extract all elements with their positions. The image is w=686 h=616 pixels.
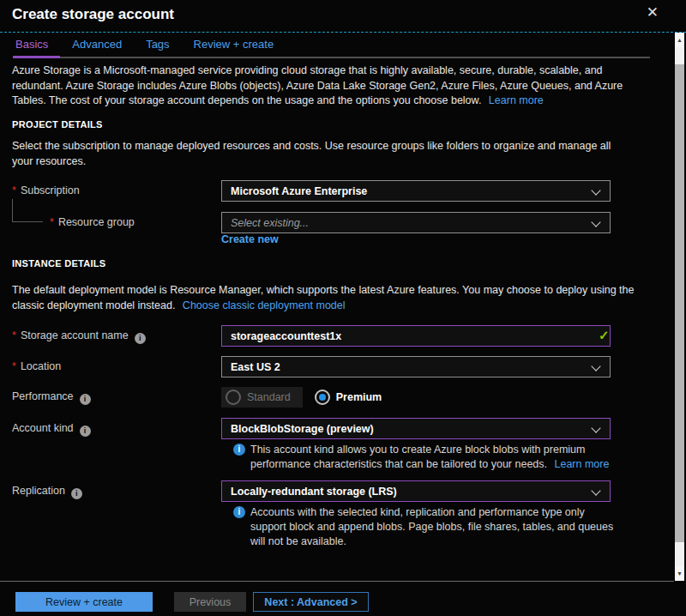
previous-button[interactable]: Previous <box>174 592 246 612</box>
scrollbar: ▲ ▼ <box>675 33 684 581</box>
info-icon[interactable]: i <box>80 394 91 405</box>
radio-dot-icon <box>319 394 326 401</box>
replication-note-text: Accounts with the selected kind, replica… <box>250 506 613 547</box>
required-asterisk: * <box>12 329 16 341</box>
location-row: *Location East US 2 <box>12 356 647 377</box>
radio-circle-icon <box>226 390 241 405</box>
subscription-row: *Subscription Microsoft Azure Enterprise <box>12 180 647 202</box>
valid-check-icon: ✓ <box>599 328 610 343</box>
storage-account-name-label: *Storage account namei <box>12 325 146 347</box>
resource-group-dropdown[interactable]: Select existing... <box>221 212 611 233</box>
info-note-icon: i <box>233 444 245 456</box>
required-asterisk: * <box>12 184 16 196</box>
instance-details-heading: INSTANCE DETAILS <box>12 258 106 269</box>
scroll-up-icon[interactable]: ▲ <box>675 33 684 47</box>
required-asterisk: * <box>50 216 54 228</box>
intro-paragraph: Azure Storage is a Microsoft-managed ser… <box>12 63 648 109</box>
resource-group-placeholder: Select existing... <box>231 217 309 229</box>
tab-tags[interactable]: Tags <box>146 38 169 51</box>
info-note-icon: i <box>233 506 245 518</box>
review-create-button[interactable]: Review + create <box>15 592 153 612</box>
chevron-down-icon <box>591 486 600 495</box>
subscription-value: Microsoft Azure Enterprise <box>231 185 367 197</box>
project-details-heading: PROJECT DETAILS <box>12 119 103 130</box>
scrollbar-track[interactable] <box>675 47 684 566</box>
account-kind-dropdown[interactable]: BlockBlobStorage (preview) <box>221 418 611 439</box>
performance-radio-group: Standard Premium <box>221 386 382 408</box>
classic-deployment-link[interactable]: Choose classic deployment model <box>183 299 346 311</box>
account-kind-note-text: This account kind allows you to create A… <box>250 444 585 470</box>
radio-circle-icon <box>315 390 330 405</box>
storage-account-name-input[interactable] <box>221 325 611 347</box>
tab-advanced[interactable]: Advanced <box>72 38 122 51</box>
radio-premium-label: Premium <box>336 391 382 403</box>
replication-label: Replicationi <box>12 480 82 502</box>
account-kind-value: BlockBlobStorage (preview) <box>231 423 374 435</box>
subscription-label: *Subscription <box>12 180 80 202</box>
tab-review-create[interactable]: Review + create <box>194 38 274 51</box>
resource-group-label: *Resource group <box>50 212 135 233</box>
scroll-down-icon[interactable]: ▼ <box>675 566 684 581</box>
performance-row: Performancei Standard Premium <box>12 386 647 408</box>
create-new-link[interactable]: Create new <box>221 233 279 245</box>
account-kind-row: Account kindi BlockBlobStorage (preview) <box>12 418 647 439</box>
next-advanced-button[interactable]: Next : Advanced > <box>253 592 369 612</box>
replication-value: Locally-redundant storage (LRS) <box>231 486 397 498</box>
account-kind-note: i This account kind allows you to create… <box>233 443 621 472</box>
tab-bar: Basics Advanced Tags Review + create <box>15 38 650 58</box>
performance-label: Performancei <box>12 386 91 408</box>
learn-more-link[interactable]: Learn more <box>489 94 544 106</box>
chevron-down-icon <box>591 217 600 226</box>
info-icon[interactable]: i <box>71 488 82 499</box>
chevron-down-icon <box>591 423 600 432</box>
page-title: Create storage account <box>12 6 174 23</box>
instance-details-description: The default deployment model is Resource… <box>12 283 648 313</box>
replication-row: Replicationi Locally-redundant storage (… <box>12 480 647 502</box>
tab-basics[interactable]: Basics <box>15 38 48 51</box>
location-dropdown[interactable]: East US 2 <box>221 356 611 377</box>
resource-group-row: *Resource group Select existing... <box>12 212 647 233</box>
account-kind-learn-more-link[interactable]: Learn more <box>555 458 610 470</box>
close-icon[interactable]: ✕ <box>647 3 659 22</box>
radio-premium[interactable]: Premium <box>315 390 382 405</box>
location-value: East US 2 <box>231 361 280 373</box>
chevron-down-icon <box>591 361 600 371</box>
footer-separator <box>0 581 674 582</box>
info-icon[interactable]: i <box>80 426 91 437</box>
subscription-dropdown[interactable]: Microsoft Azure Enterprise <box>221 180 611 202</box>
scrollbar-thumb[interactable] <box>675 64 684 542</box>
project-details-description: Select the subscription to manage deploy… <box>12 139 631 169</box>
info-icon[interactable]: i <box>135 333 146 344</box>
location-label: *Location <box>12 356 61 377</box>
replication-dropdown[interactable]: Locally-redundant storage (LRS) <box>221 480 611 502</box>
radio-standard[interactable]: Standard <box>221 387 303 408</box>
radio-standard-label: Standard <box>247 391 291 403</box>
replication-note: i Accounts with the selected kind, repli… <box>233 505 621 549</box>
header-separator <box>0 32 686 33</box>
account-kind-label: Account kindi <box>12 418 91 439</box>
chevron-down-icon <box>591 185 600 195</box>
required-asterisk: * <box>12 360 16 372</box>
storage-account-name-row: *Storage account namei ✓ <box>12 325 647 347</box>
